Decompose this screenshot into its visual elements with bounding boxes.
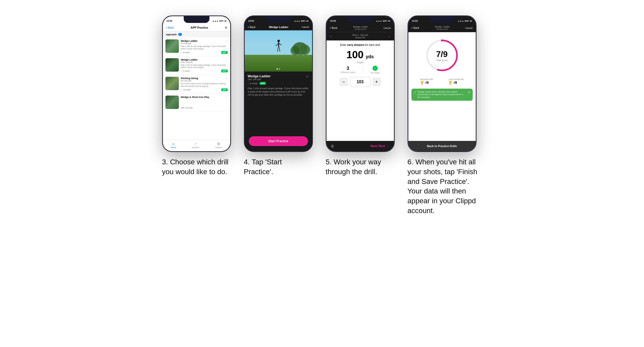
drill-name-3: Pitching String xyxy=(181,77,228,80)
success-close-icon[interactable]: ✕ xyxy=(468,91,470,94)
drill-info-4: Wedge & Short Iron Play 100–140 yds xyxy=(181,96,228,109)
back-btn-1[interactable]: < Back xyxy=(166,26,174,29)
caption-2: 4. Tap 'Start Practice'. xyxy=(244,157,313,177)
distance-input[interactable]: 103 xyxy=(350,77,370,87)
star-icon-2[interactable]: ☆ xyxy=(225,58,228,62)
battery-2: 46 xyxy=(306,20,308,22)
shot-label-3: Shot 1, 100 yds xyxy=(352,34,368,36)
stats-divider xyxy=(363,66,363,73)
status-icons-2: ▲▲▲ WiFi 46 xyxy=(294,20,308,22)
menu-icon-1[interactable]: ≡ xyxy=(225,26,227,30)
drill-item-2[interactable]: Wedge Ladder 100–140 yds Play 1 shot at … xyxy=(163,56,230,75)
pb-row: Previous PB 🏆 -/9 Last month PB 🏆 -/9 xyxy=(408,76,476,87)
caption-1: 3. Choose which drill you would like to … xyxy=(162,157,232,177)
nav-title-1: APP Practice xyxy=(191,26,208,29)
phone-2-frame: 13:02 ▲▲▲ WiFi 46 < Back Wedge Ladder Ca… xyxy=(244,15,313,152)
previous-pb-item: Previous PB 🏆 -/9 xyxy=(420,78,433,84)
back-btn-2[interactable]: < Back xyxy=(248,26,256,29)
nav-title-group-3: Wedge Ladder 06 Mar 2023 xyxy=(353,26,368,30)
phone-3-notch xyxy=(347,16,373,23)
cancel-btn-2[interactable]: Cancel xyxy=(302,26,309,28)
success-banner: ✓ 'Wedge Ladder (100–140 yds)' was creat… xyxy=(411,89,473,101)
drill-detail-row-2: ○ 9 shots APP xyxy=(248,82,309,85)
phone-4-screen: 13:03 ▲▲▲ WiFi 46 < Back Wedge Ladder 06… xyxy=(408,16,476,151)
caption-4: 6. When you've hit all your shots, tap '… xyxy=(408,157,482,216)
detail-shots-2: ○ 9 shots xyxy=(248,82,258,85)
shots-count-2: ○ 9 shots xyxy=(181,70,190,72)
success-text: 'Wedge Ladder (100–140 yds)' was created… xyxy=(418,91,466,99)
back-btn-3[interactable]: < Back xyxy=(330,27,338,29)
back-to-drills-btn[interactable]: Back to Practice Drills xyxy=(408,141,476,151)
delete-icon-3[interactable]: 🗑 xyxy=(331,144,334,148)
total-score-value: 7/9 xyxy=(436,49,448,59)
decrement-btn[interactable]: − xyxy=(340,78,348,86)
total-score-label: Total Score xyxy=(436,59,448,62)
detail-badge-2: APP xyxy=(260,82,266,85)
activities-label: Activities xyxy=(192,146,199,149)
next-shot-btn[interactable]: Next Shot → xyxy=(370,144,390,148)
drill-item-1[interactable]: Wedge Ladder 50–100 yds Play 1 shot at e… xyxy=(163,37,230,56)
drill-footer-1: ○ 9 shots APP xyxy=(181,51,228,54)
back-btn-4[interactable]: < Back xyxy=(411,27,419,29)
drill-name-4: Wedge & Short Iron Play xyxy=(181,96,228,98)
nav-title-2: Wedge Ladder xyxy=(269,26,288,29)
battery-3: 46 xyxy=(388,20,390,22)
phone-4-frame: 13:03 ▲▲▲ WiFi 46 < Back Wedge Ladder 06… xyxy=(408,15,477,152)
battery-1: 46 xyxy=(224,20,227,22)
app-badge-1: APP xyxy=(221,51,227,54)
signal-icon-1: ▲▲▲ xyxy=(212,20,218,22)
app-badge-2: APP xyxy=(221,70,227,72)
phone-3-column: 13:03 ▲▲▲ WiFi 46 < Back Wedge Ladder 06… xyxy=(326,15,395,177)
drill-desc-2: Play 1 shot at each target yardage. If y… xyxy=(181,64,228,69)
nav-subtitle-4: Wedge Ladder xyxy=(435,26,450,28)
status-icons-4: ▲▲▲ WiFi 46 xyxy=(458,20,472,22)
wifi-icon-1: WiFi xyxy=(219,20,224,22)
difference-value: 3 xyxy=(341,66,355,71)
next-shot-arrow[interactable]: → xyxy=(386,34,391,39)
phone-3-screen: 13:03 ▲▲▲ WiFi 46 < Back Wedge Ladder 06… xyxy=(327,16,394,151)
drill-item-4[interactable]: Wedge & Short Iron Play 100–140 yds ☆ xyxy=(163,94,230,111)
nav-bar-1: < Back APP Practice ≡ xyxy=(163,24,230,31)
time-3: 13:03 xyxy=(330,20,336,22)
cancel-btn-3[interactable]: Cancel xyxy=(383,27,391,29)
enter-carry-text: Enter carry distance for each shot xyxy=(330,44,391,46)
phone-1-column: 13:02 ▲▲▲ WiFi 46 < Back APP Practice ≡ … xyxy=(162,15,232,177)
trophy-icon-month: 🏆 xyxy=(448,81,452,84)
prev-shot-arrow[interactable]: ← xyxy=(330,34,334,39)
bottom-nav-home[interactable]: ⌂ Home xyxy=(171,142,176,149)
star-icon-1[interactable]: ☆ xyxy=(225,39,228,43)
phone-4-notch xyxy=(429,16,455,23)
drill-desc-1: Play 1 shot at each target yardage. If y… xyxy=(181,45,228,50)
last-month-pb-val: 🏆 -/9 xyxy=(448,81,464,84)
increment-btn[interactable]: + xyxy=(373,78,381,86)
drill-detail-yds-2: 100–140 yds xyxy=(248,78,271,81)
star-icon-4[interactable]: ☆ xyxy=(225,96,228,99)
start-practice-btn-2[interactable]: Start Practice xyxy=(249,136,308,146)
drill-detail-content-2: Wedge Ladder 100–140 yds ☆ ○ 9 shots APP… xyxy=(245,72,312,99)
drill-desc-3: Hit 1 shot at each of the 10 target dist… xyxy=(181,82,228,88)
previous-pb-val: 🏆 -/9 xyxy=(420,81,433,84)
dot-1 xyxy=(277,68,278,70)
bottom-nav-capture[interactable]: ⊕ Capture xyxy=(215,142,222,149)
app-badge-3: APP xyxy=(221,88,227,91)
svg-point-3 xyxy=(300,45,310,55)
drill-name-1: Wedge Ladder xyxy=(181,39,228,42)
next-shot-bar-3: 🗑 Next Shot → xyxy=(327,141,394,151)
star-icon-detail[interactable]: ☆ xyxy=(306,74,309,78)
star-icon-3[interactable]: ☆ xyxy=(225,77,228,80)
drill-item-3[interactable]: Pitching String 55–100 yds Hit 1 shot at… xyxy=(163,75,230,94)
drill-thumb-img-3 xyxy=(165,77,179,90)
phone-2-notch xyxy=(266,16,291,23)
section-label-1: Approach xyxy=(166,33,177,36)
drill-footer-3: ○ 10 shots APP xyxy=(181,88,228,91)
drill-yds-3: 55–100 yds xyxy=(181,80,228,82)
phone-1-screen: 13:02 ▲▲▲ WiFi 46 < Back APP Practice ≡ … xyxy=(163,16,230,151)
hit-target-label: Hit Target xyxy=(371,72,380,74)
signal-icon-2: ▲▲▲ xyxy=(294,20,300,22)
home-label: Home xyxy=(171,146,176,149)
cancel-btn-4[interactable]: Cancel xyxy=(465,27,472,29)
phone-2-column: 13:02 ▲▲▲ WiFi 46 < Back Wedge Ladder Ca… xyxy=(244,15,313,177)
bottom-nav-activities[interactable]: ♂ Activities xyxy=(192,142,199,149)
number-input-row-3: − 103 + xyxy=(330,77,391,87)
phone-2-screen: 13:02 ▲▲▲ WiFi 46 < Back Wedge Ladder Ca… xyxy=(245,16,312,151)
